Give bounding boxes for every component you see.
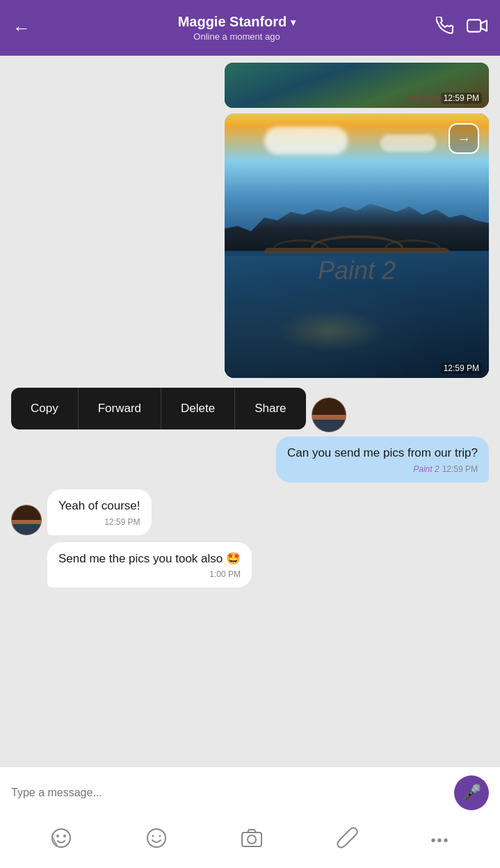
mic-button[interactable]: 🎤 xyxy=(454,775,489,810)
svg-point-1 xyxy=(52,829,70,847)
mic-icon: 🎤 xyxy=(462,784,481,802)
svg-rect-0 xyxy=(467,19,481,31)
received-text-2: Send me the pics you took also 🤩 xyxy=(58,551,241,567)
phone-call-icon[interactable] xyxy=(436,17,454,39)
delete-button[interactable]: Delete xyxy=(161,388,235,429)
sent-watermark-1: Paint 2 xyxy=(413,464,439,474)
sent-text-1: Can you send me pics from our trip? xyxy=(287,445,478,461)
received-time-1: 12:59 PM xyxy=(104,517,140,527)
image1-timestamp: 12:59 PM xyxy=(441,93,482,104)
copy-button[interactable]: Copy xyxy=(11,388,79,429)
forward-image-button[interactable]: → xyxy=(449,123,479,154)
received-text-1: Yeah of course! xyxy=(58,498,140,514)
context-menu-row: Copy Forward Delete Share xyxy=(11,385,489,432)
received-footer-1: 12:59 PM xyxy=(58,517,140,527)
image2-timestamp: 12:59 PM xyxy=(441,363,482,374)
share-button[interactable]: Share xyxy=(235,388,305,429)
svg-point-4 xyxy=(147,829,166,847)
avatar-received-1 xyxy=(11,505,42,535)
bottom-toolbar: ••• xyxy=(0,819,500,868)
forward-button[interactable]: Forward xyxy=(79,388,161,429)
header-center: Maggie Stanford ▾ Online a moment ago xyxy=(38,14,436,42)
sent-message-1: Can you send me pics from our trip? Pain… xyxy=(11,436,489,482)
contact-name: Maggie Stanford xyxy=(178,14,287,30)
received-message-2: Send me the pics you took also 🤩 1:00 PM xyxy=(11,542,489,588)
svg-point-2 xyxy=(56,835,59,837)
image-message-2[interactable]: Paint 2 → 12:59 PM xyxy=(11,113,489,378)
emoji-icon[interactable] xyxy=(145,827,168,854)
video-call-icon[interactable] xyxy=(467,17,487,39)
chat-area: 12:59 PM Paint 2 → xyxy=(0,56,500,766)
context-menu: Copy Forward Delete Share xyxy=(11,388,306,429)
header: ← Maggie Stanford ▾ Online a moment ago xyxy=(0,0,500,56)
received-bubble-1[interactable]: Yeah of course! 12:59 PM xyxy=(47,489,152,535)
svg-point-5 xyxy=(152,835,154,837)
attach-icon[interactable] xyxy=(336,827,358,854)
svg-point-6 xyxy=(159,835,161,837)
svg-point-3 xyxy=(63,835,66,837)
image-thumbnail-1[interactable]: 12:59 PM xyxy=(225,63,489,108)
received-time-2: 1:00 PM xyxy=(209,569,241,579)
camera-icon[interactable] xyxy=(241,827,263,854)
svg-point-8 xyxy=(248,835,256,844)
avatar xyxy=(312,397,346,432)
sticker-icon[interactable] xyxy=(50,827,72,854)
contact-status: Online a moment ago xyxy=(38,31,436,42)
more-icon[interactable]: ••• xyxy=(431,833,450,849)
received-footer-2: 1:00 PM xyxy=(58,569,241,579)
header-left: ← xyxy=(13,17,38,39)
sent-footer-1: Paint 2 12:59 PM xyxy=(287,464,478,474)
chevron-down-icon: ▾ xyxy=(291,17,296,28)
received-message-1: Yeah of course! 12:59 PM xyxy=(11,489,489,535)
received-bubble-2[interactable]: Send me the pics you took also 🤩 1:00 PM xyxy=(47,542,252,588)
back-button[interactable]: ← xyxy=(13,17,31,39)
input-bar: 🎤 xyxy=(0,766,500,819)
image-message-1[interactable]: 12:59 PM xyxy=(11,63,489,108)
image-thumbnail-2[interactable]: Paint 2 → 12:59 PM xyxy=(225,113,489,378)
sent-bubble-1[interactable]: Can you send me pics from our trip? Pain… xyxy=(276,436,489,482)
header-actions xyxy=(436,17,487,39)
message-input[interactable] xyxy=(11,787,447,799)
sent-time-1: 12:59 PM xyxy=(442,464,478,474)
contact-name-row[interactable]: Maggie Stanford ▾ xyxy=(38,14,436,30)
